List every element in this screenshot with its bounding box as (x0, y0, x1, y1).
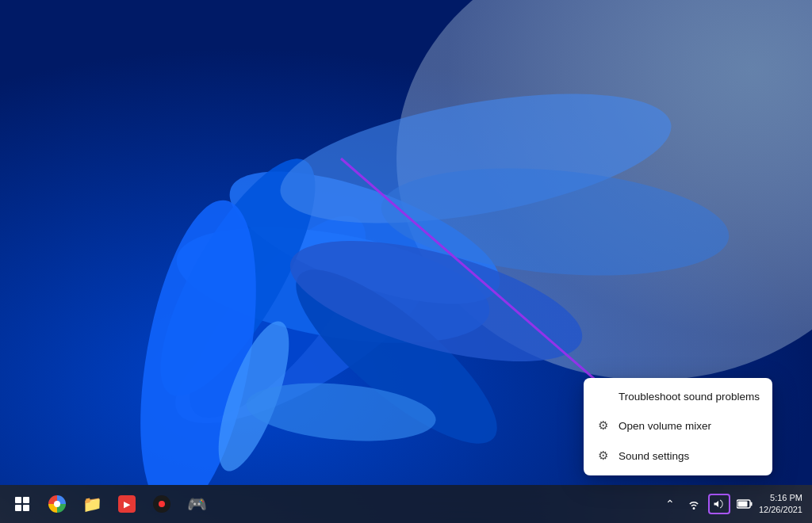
context-menu: Troubleshoot sound problems ⚙ Open volum… (584, 378, 772, 475)
show-hidden-icons-button[interactable]: ⌃ (661, 494, 680, 513)
svg-rect-18 (737, 502, 747, 507)
datetime-display[interactable]: 5:16 PM 12/26/2021 (759, 492, 802, 517)
dark-app-icon (153, 495, 170, 513)
menu-item-volume-mixer[interactable]: ⚙ Open volume mixer (584, 410, 772, 441)
time-display: 5:16 PM (759, 492, 802, 504)
chrome-icon (48, 495, 66, 513)
menu-item-volume-mixer-label: Open volume mixer (619, 420, 711, 432)
taskbar-dark-app[interactable] (146, 488, 178, 520)
red-app-icon: ▶ (118, 495, 136, 513)
taskbar-left: 📁 ▶ 🎮 (0, 488, 213, 520)
volume-tray-button[interactable] (708, 494, 730, 514)
volume-icon (713, 498, 726, 510)
battery-icon (737, 498, 753, 510)
svg-rect-17 (750, 502, 752, 506)
taskbar-right: ⌃ (661, 492, 812, 517)
discord-icon: 🎮 (187, 494, 207, 513)
taskbar: 📁 ▶ 🎮 ⌃ (0, 485, 812, 523)
taskbar-file-explorer[interactable]: 📁 (76, 488, 108, 520)
sound-settings-icon: ⚙ (596, 449, 611, 463)
start-button[interactable] (6, 488, 38, 520)
menu-item-sound-settings-label: Sound settings (619, 450, 689, 462)
taskbar-red-app[interactable]: ▶ (111, 488, 143, 520)
wifi-tray-button[interactable] (684, 494, 703, 513)
desktop: Troubleshoot sound problems ⚙ Open volum… (0, 0, 812, 523)
menu-item-sound-settings[interactable]: ⚙ Sound settings (584, 441, 772, 471)
taskbar-chrome[interactable] (41, 488, 73, 520)
menu-item-troubleshoot-label: Troubleshoot sound problems (619, 391, 760, 403)
volume-mixer-icon: ⚙ (596, 418, 611, 433)
date-display: 12/26/2021 (759, 504, 802, 516)
taskbar-discord[interactable]: 🎮 (181, 488, 213, 520)
folder-icon: 📁 (82, 494, 102, 513)
wifi-icon (688, 498, 700, 510)
menu-item-troubleshoot[interactable]: Troubleshoot sound problems (584, 383, 772, 410)
chevron-up-icon: ⌃ (665, 498, 675, 510)
windows-icon (15, 497, 29, 511)
battery-tray-button[interactable] (735, 494, 754, 513)
